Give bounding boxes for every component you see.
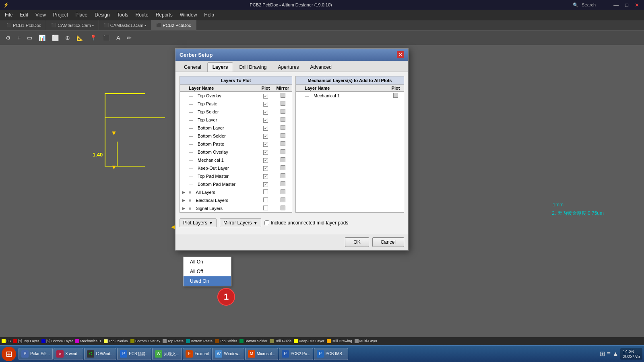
layer-row-top-paste[interactable]: —Top Paste [180,100,292,108]
legend-top-paste: Top Paste [163,339,184,343]
toolbar-chart[interactable]: 📊 [36,34,48,42]
tab-advanced[interactable]: Advanced [305,62,336,72]
layer-row-top-overlay[interactable]: —Top Overlay [180,92,292,100]
legend-ls: LS [2,339,11,343]
dropdown-all-on[interactable]: All On [184,257,231,267]
toolbar-measure[interactable]: 📐 [74,34,86,42]
legend-top-solder: Top Solder [215,339,237,343]
minimize-button[interactable]: — [612,2,620,8]
tab-general[interactable]: General [179,62,206,72]
legend-top-overlay: Top Overlay [104,339,128,343]
taskbar-sys-icons[interactable]: ⊞ ≡ ▲ [600,350,619,358]
layer-row-all-layers[interactable]: ▶ ≡All Layers [180,188,292,196]
toolbar: ⚙ + ▭ 📊 ⬜ ⊕ 📐 📍 ⬛ A ✏ [0,31,644,45]
legend-bottom-solder: Bottom Solder [239,339,267,343]
ms-icon: M [248,350,255,358]
legend-drill-drawing: Drill Drawing [327,339,352,343]
menu-edit[interactable]: Edit [17,11,31,19]
toolbar-pen[interactable]: ✏ [124,34,134,42]
cmd-icon: C [87,350,94,358]
dialog-tabs: General Layers Drill Drawing Apertures A… [175,61,408,72]
mech-col-name: Layer Name [303,85,388,91]
menu-tools[interactable]: Tools [114,11,132,19]
mech-layer-row-1[interactable]: —Mechanical 1 [296,92,404,100]
include-unconnected-checkbox[interactable] [264,220,269,225]
layer-row-electrical-layers[interactable]: ▶ ≡Electrical Layers [180,196,292,204]
search-label[interactable]: Search [582,2,596,7]
maximize-button[interactable]: □ [623,2,630,8]
taskbar-pcb-smart[interactable]: P PCB智能... [117,348,151,360]
layers-to-plot-section: Layers To Plot Layer Name Plot Mirror —T… [180,76,292,213]
tab-layers[interactable]: Layers [207,62,233,72]
layers-to-plot-header: Layers To Plot [180,76,292,85]
dialog-close-button[interactable]: ✕ [397,51,404,58]
menu-window[interactable]: Window [177,11,200,19]
legend-drill-guide: Drill Guide [270,339,291,343]
title-bar-controls: 🔍 Search — □ ✕ [573,2,641,8]
taskbar-xwind[interactable]: ✕ X wind... [54,348,83,360]
taskbar-polar[interactable]: P Polar Si9... [19,348,53,360]
taskbar-pcbims[interactable]: P PCB IMS... [314,348,348,360]
menu-place[interactable]: Place [72,11,91,19]
layer-row-top-pad-master[interactable]: —Top Pad Master [180,172,292,180]
pcb-note-2: 2. 天内镀金厚度 0.75um [552,210,604,217]
mech-col-headers: Layer Name Plot [296,85,404,92]
taskbar-foxmail[interactable]: F Foxmail [183,348,211,360]
mirror-layers-dropdown[interactable]: Mirror Layers ▼ [220,218,261,227]
window-icon: W [215,350,222,358]
menu-route[interactable]: Route [132,11,152,19]
layer-row-mechanical-1[interactable]: —Mechanical 1 [180,156,292,164]
tab-pcb1[interactable]: ⬛ PCB1.PcbDoc [2,20,46,30]
close-button[interactable]: ✕ [633,2,641,8]
include-unconnected-row: Include unconnected mid-layer pads [264,220,349,226]
toolbar-add[interactable]: + [15,34,23,42]
tab-pcb2[interactable]: ⬛ PCB2.PcbDoc [151,20,196,30]
toolbar-route[interactable]: ⬛ [101,34,112,42]
tab-cam1[interactable]: ⬛ CAMtastic1.Cam • [99,20,151,30]
layer-row-signal-layers[interactable]: ▶ ≡Signal Layers [180,204,292,212]
toolbar-cursor[interactable]: ⊕ [63,34,72,42]
tab-drill-drawing[interactable]: Drill Drawing [234,62,272,72]
toolbar-filter[interactable]: ⚙ [3,34,13,42]
layer-row-bottom-layer[interactable]: —Bottom Layer [180,124,292,132]
plot-layers-dropdown[interactable]: Plot Layers ▼ [180,218,217,227]
layer-row-bottom-paste[interactable]: —Bottom Paste [180,140,292,148]
layer-row-keepout[interactable]: —Keep-Out Layer [180,164,292,172]
pcb2-icon: P [282,350,289,358]
menu-view[interactable]: View [32,11,49,19]
tab-cam2[interactable]: ⬛ CAMtastic2.Cam • [46,20,99,30]
taskbar-window[interactable]: W Window... [212,348,244,360]
time-value: 14:36 [623,349,640,354]
taskbar-cmd[interactable]: C C:\Wind... [84,348,116,360]
dropdown-used-on[interactable]: Used On [184,276,231,286]
menu-help[interactable]: Help [201,11,217,19]
menu-file[interactable]: File [2,11,16,19]
start-button[interactable]: ⊞ [2,347,16,361]
dropdown-all-off[interactable]: All Off [184,267,231,276]
mech-layers-list: —Mechanical 1 [296,92,404,100]
layer-row-bottom-overlay[interactable]: —Bottom Overlay [180,148,292,156]
menu-reports[interactable]: Reports [153,11,176,19]
layer-row-bottom-solder[interactable]: —Bottom Solder [180,132,292,140]
taskbar-pcb2[interactable]: P PCB2.Pc... [279,348,313,360]
polar-icon: P [21,350,29,358]
layer-row-top-layer[interactable]: —Top Layer [180,116,292,124]
layer-row-top-solder[interactable]: —Top Solder [180,108,292,116]
toolbar-box[interactable]: ⬜ [50,34,61,42]
pcb-note-1: 1mm [553,202,564,208]
layers-list: —Top Overlay —Top Paste —Top Sol [180,92,292,212]
legend-keepout: Keep-Out Layer [294,339,324,343]
cancel-button[interactable]: Cancel [372,237,404,247]
layer-row-bottom-pad-master[interactable]: —Bottom Pad Master [180,180,292,188]
toolbar-rect[interactable]: ▭ [25,34,35,42]
ok-button[interactable]: OK [345,237,369,247]
menu-design[interactable]: Design [91,11,113,19]
toolbar-pin[interactable]: 📍 [87,34,99,42]
tab-apertures[interactable]: Apertures [272,62,304,72]
taskbar-wx[interactable]: W 吴晓文... [152,348,182,360]
mech-col-plot: Plot [388,85,404,91]
toolbar-text[interactable]: A [114,34,122,42]
menu-project[interactable]: Project [50,11,71,19]
foxmail-icon: F [186,350,193,358]
taskbar-ms[interactable]: M Microsof... [245,348,278,360]
